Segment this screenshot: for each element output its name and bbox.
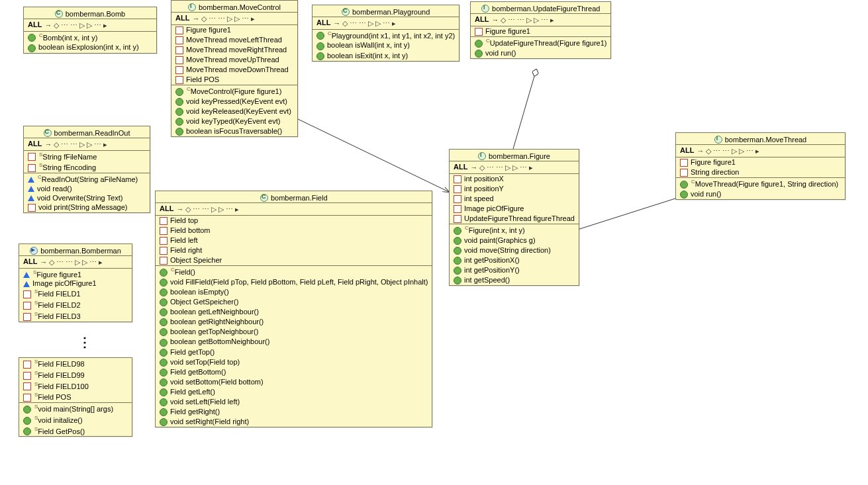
field-row[interactable]: SField POS [19, 391, 132, 402]
filter-row[interactable]: ALL [676, 145, 845, 157]
method-row[interactable]: CPlayground(int x1, int y1, int x2, int … [313, 30, 459, 41]
method-row[interactable]: void setBottom(Field bottom) [156, 377, 432, 387]
class-readinout[interactable]: bomberman.ReadInOutALLSString fFileNameS… [23, 126, 150, 213]
field-row[interactable]: Figure figure1 [471, 26, 610, 36]
method-row[interactable]: boolean isWall(int x, int y) [313, 40, 459, 50]
field-row[interactable]: Image picOfFigure1 [19, 279, 132, 288]
member-label: void main(String[] args) [38, 405, 113, 413]
field-row[interactable]: Image picOfFigure [450, 204, 579, 214]
method-row[interactable]: void read() [24, 184, 150, 193]
method-row[interactable]: boolean getRightNeighbour() [156, 317, 432, 327]
method-row[interactable]: boolean getTopNeighbour() [156, 327, 432, 337]
filter-row[interactable]: ALL [24, 138, 150, 151]
field-row[interactable]: SField FIELD100 [19, 380, 132, 392]
field-row[interactable]: SString fEncoding [24, 161, 150, 173]
method-row[interactable]: CBomb(int x, int y) [24, 32, 156, 43]
method-row[interactable]: void run() [676, 189, 845, 199]
method-row[interactable]: void keyTyped(KeyEvent evt) [171, 116, 297, 126]
member-label: MoveControl(Figure figure1) [191, 87, 282, 95]
method-row[interactable]: void move(String direction) [450, 245, 579, 255]
field-row[interactable]: Figure figure1 [171, 25, 297, 35]
field-row[interactable]: SField FIELD98 [19, 358, 132, 369]
field-row[interactable]: SField FIELD1 [19, 288, 132, 299]
class-bomb[interactable]: bomberman.BombALLCBomb(int x, int y)bool… [23, 7, 157, 54]
method-row[interactable]: int getPositionY() [450, 265, 579, 275]
method-row[interactable]: Field getBottom() [156, 367, 432, 377]
field-row[interactable]: MoveThread moveRightThread [171, 45, 297, 55]
method-row[interactable]: boolean getLeftNeighbour() [156, 307, 432, 317]
method-row[interactable]: int getSpeed() [450, 275, 579, 285]
diagram-canvas[interactable]: ⋮ bomberman.BombALLCBomb(int x, int y)bo… [0, 0, 868, 485]
filter-row[interactable]: ALL [450, 161, 579, 174]
method-row[interactable]: void setTop(Field top) [156, 357, 432, 367]
method-row[interactable]: Field getTop() [156, 347, 432, 357]
method-row[interactable]: void run() [471, 48, 610, 58]
field-row[interactable]: int positionX [450, 174, 579, 184]
method-row[interactable]: boolean isEmpty() [156, 287, 432, 297]
field-row[interactable]: Field POS [171, 75, 297, 85]
field-row[interactable]: String direction [676, 167, 845, 177]
field-row[interactable]: UpdateFigureThread figureThread [450, 214, 579, 224]
method-row[interactable]: Object GetSpeicher() [156, 297, 432, 307]
class-movecontrol[interactable]: bomberman.MoveControlALLFigure figure1Mo… [171, 0, 298, 137]
filter-row[interactable]: ALL [313, 17, 459, 30]
method-row[interactable]: boolean isFocusTraversable() [171, 126, 297, 136]
method-row[interactable]: void keyPressed(KeyEvent evt) [171, 97, 297, 107]
method-row[interactable]: Field getRight() [156, 407, 432, 417]
field-row[interactable]: SFigure figure1 [19, 269, 132, 279]
field-row[interactable]: SField FIELD3 [19, 310, 132, 322]
filter-row[interactable]: ALL [24, 19, 156, 32]
filter-row[interactable]: ALL [171, 13, 297, 25]
field-row[interactable]: Field left [156, 236, 432, 245]
field-row[interactable]: Field bottom [156, 226, 432, 236]
method-row[interactable]: CMoveControl(Figure figure1) [171, 85, 297, 97]
method-row[interactable]: SField GetPos() [19, 425, 132, 437]
method-row[interactable]: CMoveThread(Figure figure1, String direc… [676, 178, 845, 189]
field-row[interactable]: Field right [156, 245, 432, 255]
method-row[interactable]: CFigure(int x, int y) [450, 224, 579, 236]
field-row[interactable]: int positionY [450, 184, 579, 194]
field-row[interactable]: MoveThread moveUpThread [171, 55, 297, 65]
class-field[interactable]: bomberman.FieldALLField topField bottomF… [155, 191, 432, 427]
field-row[interactable]: int speed [450, 194, 579, 204]
method-row[interactable]: boolean isExit(int x, int y) [313, 51, 459, 61]
method-row[interactable]: boolean isExplosion(int x, int y) [24, 42, 156, 52]
class-playground[interactable]: bomberman.PlaygroundALLCPlayground(int x… [312, 5, 459, 62]
filter-row[interactable]: ALL [471, 14, 610, 26]
field-row[interactable]: SField FIELD99 [19, 369, 132, 380]
class-figure[interactable]: bomberman.FigureALLint positionXint posi… [449, 149, 579, 286]
method-row[interactable]: CField() [156, 266, 432, 277]
method-row[interactable]: Field getLeft() [156, 387, 432, 397]
class-header: bomberman.Playground [313, 5, 459, 17]
class-movethread[interactable]: bomberman.MoveThreadALLFigure figure1Str… [675, 132, 845, 200]
field-row[interactable]: Object Speicher [156, 255, 432, 265]
method-row[interactable]: Svoid main(String[] args) [19, 403, 132, 414]
field-row[interactable]: Field top [156, 216, 432, 226]
field-row[interactable]: MoveThread moveDownThread [171, 65, 297, 75]
method-row[interactable]: void FillField(Field pTop, Field pBottom… [156, 277, 432, 287]
field-row[interactable]: MoveThread moveLeftThread [171, 35, 297, 45]
field-row[interactable]: Figure figure1 [676, 157, 845, 167]
filter-label: ALL [160, 204, 173, 212]
class-updatefigure[interactable]: bomberman.UpdateFigureThreadALLFigure fi… [470, 1, 611, 59]
field-row[interactable]: SField FIELD2 [19, 299, 132, 310]
filter-row[interactable]: ALL [156, 203, 432, 216]
method-row[interactable]: void print(String aMessage) [24, 202, 150, 212]
method-row[interactable]: CUpdateFigureThread(Figure figure1) [471, 37, 610, 48]
filter-row[interactable]: ALL [19, 256, 132, 269]
method-row[interactable]: void setRight(Field right) [156, 417, 432, 427]
method-row[interactable]: Svoid initalize() [19, 414, 132, 425]
method-row[interactable]: void paint(Graphics g) [450, 236, 579, 245]
class-bomberman[interactable]: bomberman.BombermanALLSFigure figure1Ima… [19, 243, 132, 322]
method-row[interactable]: void Overwrite(String Text) [24, 193, 150, 202]
method-row[interactable]: void setLeft(Field left) [156, 397, 432, 407]
class-bomberman-cont[interactable]: SField FIELD98SField FIELD99SField FIELD… [19, 357, 132, 437]
method-row[interactable]: CReadInOut(String aFileName) [24, 173, 150, 184]
method-row[interactable]: int getPositionX() [450, 255, 579, 265]
member-label: void run() [485, 49, 516, 57]
member-label: Image picOfFigure1 [32, 279, 97, 287]
filter-label: ALL [475, 15, 489, 23]
field-row[interactable]: SString fFileName [24, 151, 150, 162]
method-row[interactable]: void keyReleased(KeyEvent evt) [171, 107, 297, 116]
method-row[interactable]: boolean getBottomNeighbour() [156, 337, 432, 347]
